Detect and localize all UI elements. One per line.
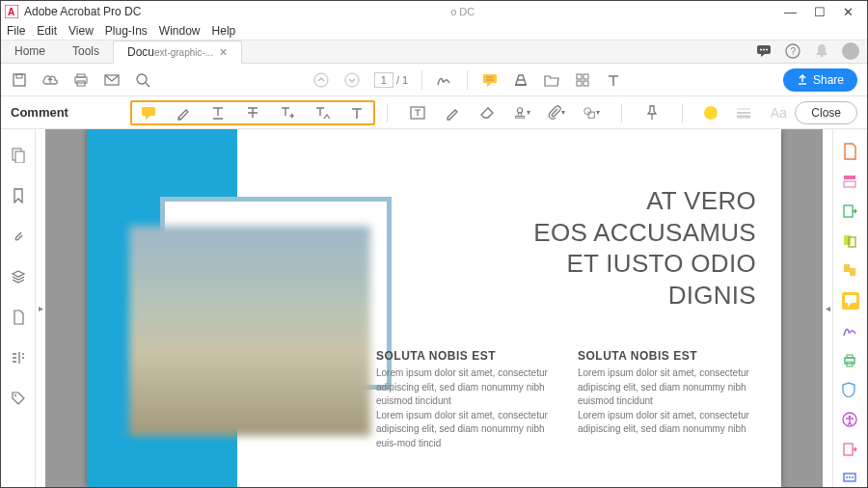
page-down-icon[interactable] (343, 71, 361, 89)
highlighted-text-tools (130, 100, 375, 125)
standards-icon[interactable] (10, 349, 27, 366)
svg-point-32 (584, 107, 591, 114)
attachments-icon[interactable] (10, 228, 27, 245)
page-sep: / (393, 74, 402, 86)
font-icon[interactable]: Aa (770, 104, 787, 122)
comment-tool-icon[interactable] (842, 292, 859, 310)
share-button[interactable]: Share (783, 68, 857, 92)
menu-help[interactable]: Help (212, 24, 236, 38)
strikethrough-tool-icon[interactable] (244, 104, 261, 122)
comment-label: Comment (11, 105, 130, 120)
text-tool-icon[interactable] (605, 71, 622, 89)
organize-pages-icon[interactable] (842, 262, 859, 279)
svg-rect-40 (844, 176, 855, 179)
menu-file[interactable]: File (7, 24, 25, 38)
svg-rect-22 (515, 84, 527, 86)
attach-tool-icon[interactable]: ▾ (548, 104, 565, 122)
shapes-tool-icon[interactable]: ▾ (583, 104, 600, 122)
svg-point-15 (137, 74, 147, 84)
highlight-tool-icon[interactable] (175, 104, 192, 122)
tags-icon[interactable] (10, 390, 27, 407)
thumbnails-icon[interactable] (10, 147, 27, 164)
create-pdf-icon[interactable] (842, 143, 859, 160)
right-tool-rail (832, 129, 867, 487)
layers-icon[interactable] (10, 268, 27, 285)
chat-icon[interactable] (755, 42, 773, 60)
pin-tool-icon[interactable] (643, 104, 661, 122)
pdf-page: AT VERO EOS ACCUSAMUS ET IUSTO ODIO DIGN… (87, 129, 781, 487)
main-toolbar: 1 / 1 Share (1, 64, 867, 96)
svg-rect-8 (821, 55, 824, 57)
fill-sign-icon[interactable] (842, 323, 859, 339)
bookmark-icon[interactable] (10, 187, 27, 204)
column-2: SOLUTA NOBIS EST Lorem ipsum dolor sit a… (578, 349, 756, 450)
page-icon[interactable] (10, 309, 27, 326)
pencil-tool-icon[interactable] (444, 104, 461, 122)
edit-pdf-icon[interactable] (842, 174, 859, 190)
cloud-upload-icon[interactable] (41, 71, 59, 89)
export-pdf-icon[interactable] (842, 203, 859, 220)
tab-home[interactable]: Home (1, 40, 59, 63)
svg-rect-46 (850, 268, 855, 276)
protect-icon[interactable] (842, 382, 859, 398)
bell-icon[interactable] (813, 42, 830, 60)
col2-body: Lorem ipsum dolor sit amet, consectetur … (578, 366, 756, 437)
maximize-button[interactable]: ☐ (814, 5, 826, 19)
more-tools-icon[interactable] (842, 471, 859, 487)
svg-rect-42 (844, 205, 853, 217)
svg-rect-29 (518, 107, 523, 112)
underline-tool-icon[interactable] (209, 104, 227, 122)
col1-body: Lorem ipsum dolor sit amet, consectetur … (376, 366, 555, 450)
color-picker-icon[interactable] (704, 106, 718, 120)
account-avatar[interactable] (842, 42, 859, 60)
tab-tools-label: Tools (72, 44, 99, 58)
tab-close-icon[interactable]: ✕ (219, 46, 228, 59)
menu-plugins[interactable]: Plug-Ins (105, 24, 148, 38)
page-up-icon[interactable] (312, 71, 330, 89)
open-icon[interactable] (543, 71, 560, 89)
eraser-tool-icon[interactable] (478, 104, 496, 122)
svg-rect-31 (516, 116, 525, 118)
add-text-tool-icon[interactable] (348, 104, 366, 122)
save-icon[interactable] (11, 71, 28, 89)
stamp-tool-icon[interactable]: ▾ (513, 104, 530, 122)
line-weight-icon[interactable] (735, 104, 752, 122)
textbox-tool-icon[interactable] (409, 104, 426, 122)
menu-view[interactable]: View (68, 24, 94, 38)
combine-icon[interactable] (842, 232, 859, 249)
insert-text-tool-icon[interactable] (313, 104, 331, 122)
print-tool-icon[interactable] (842, 353, 859, 369)
menu-edit[interactable]: Edit (37, 24, 57, 38)
left-collapse-handle[interactable]: ▸ (36, 129, 45, 487)
tab-tools[interactable]: Tools (59, 40, 113, 63)
close-window-button[interactable]: ✕ (843, 5, 854, 19)
accessibility-icon[interactable] (842, 412, 859, 428)
menu-window[interactable]: Window (159, 24, 201, 38)
column-1: SOLUTA NOBIS EST Lorem ipsum dolor sit a… (376, 349, 555, 450)
sign-icon[interactable] (436, 71, 453, 89)
tab-document[interactable]: Docuext-graphic-... ✕ (113, 41, 242, 64)
svg-rect-30 (519, 113, 523, 117)
app-icon: A (5, 5, 18, 18)
col1-title: SOLUTA NOBIS EST (376, 349, 555, 363)
mail-icon[interactable] (103, 71, 121, 89)
close-button[interactable]: Close (795, 101, 857, 124)
document-viewport[interactable]: AT VERO EOS ACCUSAMUS ET IUSTO ODIO DIGN… (45, 129, 823, 487)
svg-point-4 (763, 49, 765, 51)
minimize-button[interactable]: — (784, 5, 797, 19)
note-icon[interactable] (481, 71, 499, 89)
compare-icon[interactable] (842, 442, 859, 458)
svg-rect-41 (844, 181, 855, 187)
replace-text-tool-icon[interactable] (279, 104, 296, 122)
right-collapse-handle[interactable]: ◂ (823, 129, 832, 487)
svg-line-16 (146, 83, 149, 87)
svg-point-55 (846, 476, 848, 478)
print-icon[interactable] (72, 71, 90, 89)
tab-document-label: Docu (127, 45, 154, 59)
page-total: 1 (402, 74, 408, 86)
organize-icon[interactable] (574, 71, 591, 89)
highlight-mark-icon[interactable] (512, 71, 529, 89)
sticky-note-tool-icon[interactable] (140, 104, 157, 122)
help-icon[interactable]: ? (784, 42, 801, 60)
zoom-icon[interactable] (134, 71, 151, 89)
